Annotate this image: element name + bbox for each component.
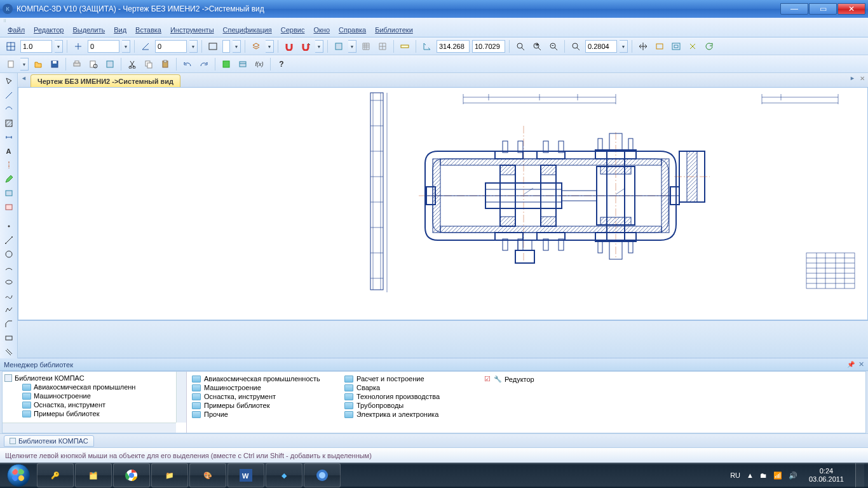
text-tool[interactable]: A — [2, 145, 16, 158]
tab-scroll-right[interactable]: ► — [850, 75, 855, 81]
rect-tool[interactable] — [2, 103, 16, 116]
props-button[interactable] — [219, 57, 233, 71]
zoom-dropdown[interactable]: ▼ — [620, 40, 628, 53]
system-tray[interactable]: RU ▲ 🖿 📶 🔊 0:2403.06.2011 — [730, 463, 867, 487]
pan-button[interactable] — [636, 39, 650, 53]
print-button[interactable] — [70, 57, 84, 71]
angle-input[interactable] — [155, 40, 187, 53]
cut-button[interactable] — [125, 57, 139, 71]
task-explorer[interactable]: 📁 — [151, 463, 188, 487]
point-tool[interactable] — [2, 220, 16, 233]
menu-libs[interactable]: Библиотеки — [371, 25, 417, 35]
print-page-button[interactable] — [103, 57, 117, 71]
grid2-button[interactable] — [376, 39, 390, 53]
magnet1-button[interactable] — [282, 39, 296, 53]
copy-button[interactable] — [142, 57, 156, 71]
menu-spec[interactable]: Спецификация — [219, 25, 276, 35]
layer-button[interactable] — [249, 39, 263, 53]
coord-x-input[interactable] — [437, 40, 470, 53]
preview-button[interactable] — [86, 57, 100, 71]
ellipse-tool[interactable] — [2, 276, 16, 288]
zoom-input[interactable] — [585, 40, 617, 53]
tray-volume-icon[interactable]: 🔊 — [789, 471, 797, 480]
zoom-in-button[interactable]: + — [530, 39, 544, 53]
dimension-tool[interactable] — [2, 131, 16, 144]
panel-close-icon[interactable]: ✕ — [858, 360, 864, 369]
arc-tool[interactable] — [2, 262, 16, 274]
style-dropdown[interactable]: ▼ — [233, 40, 241, 53]
menu-tools[interactable]: Инструменты — [166, 25, 218, 35]
hatch-tool[interactable] — [2, 117, 16, 130]
menu-view[interactable]: Вид — [110, 25, 130, 35]
tray-action-icon[interactable]: 🖿 — [760, 471, 767, 479]
zoom-window-button[interactable] — [569, 39, 583, 53]
task-chrome[interactable] — [113, 463, 150, 487]
scale-input[interactable] — [20, 40, 52, 53]
rectangle-tool[interactable] — [2, 332, 16, 344]
open-button[interactable] — [31, 57, 45, 71]
select-tool[interactable] — [2, 75, 16, 88]
menu-select[interactable]: Выделить — [69, 25, 109, 35]
menu-file[interactable]: Файл — [4, 25, 29, 35]
step-dropdown[interactable]: ▼ — [122, 40, 130, 53]
circle-tool[interactable] — [2, 248, 16, 261]
angle-button[interactable] — [139, 39, 153, 53]
new-dropdown[interactable]: ▼ — [20, 58, 29, 71]
tray-lang[interactable]: RU — [730, 471, 740, 479]
task-kompas[interactable] — [304, 463, 341, 487]
tray-clock[interactable]: 0:2403.06.2011 — [804, 467, 849, 484]
spline-tool[interactable] — [2, 290, 16, 302]
ruler-button[interactable] — [398, 39, 412, 53]
menu-insert[interactable]: Вставка — [132, 25, 165, 35]
document-tab[interactable]: Чертеж БЕЗ ИМЕНИ2 ->Системный вид — [31, 74, 180, 87]
polyline-tool[interactable] — [2, 304, 16, 316]
drawing-button[interactable] — [332, 39, 346, 53]
line-tool[interactable] — [2, 89, 16, 102]
paste-button[interactable] — [158, 57, 172, 71]
chamfer-tool[interactable] — [2, 318, 16, 330]
coord-y-input[interactable] — [472, 40, 505, 53]
library-tree[interactable]: Библиотеки КОМПАС Авиакосмическая промыш… — [3, 372, 187, 433]
start-button[interactable] — [1, 463, 36, 487]
save-button[interactable] — [48, 57, 62, 71]
axis-tool[interactable] — [2, 159, 16, 172]
task-app2[interactable]: ◆ — [266, 463, 302, 487]
lib-button[interactable] — [236, 57, 250, 71]
library-list-2[interactable]: Расчет и построение Сварка Технология пр… — [339, 372, 479, 433]
magnet2-button[interactable] — [299, 39, 313, 53]
grid1-button[interactable] — [359, 39, 373, 53]
hatch2-tool[interactable] — [2, 346, 16, 358]
param-tool[interactable] — [2, 187, 16, 200]
zoom-prev-button[interactable] — [653, 39, 667, 53]
redo-button[interactable] — [197, 57, 211, 71]
tab-close[interactable]: ✕ — [860, 75, 865, 82]
tray-flag-icon[interactable]: ▲ — [747, 471, 754, 479]
step-input[interactable] — [88, 40, 119, 53]
library-tab[interactable]: Библиотеки КОМПАС — [4, 435, 94, 447]
minimize-button[interactable]: — — [780, 3, 808, 15]
redraw-button[interactable] — [686, 39, 700, 53]
style-input[interactable] — [222, 40, 230, 53]
library-list-3[interactable]: ☑🔧Редуктор — [479, 372, 865, 433]
menu-help[interactable]: Справка — [335, 25, 370, 35]
zoom-all-button[interactable] — [669, 39, 683, 53]
fx-button[interactable]: f(x) — [252, 57, 266, 71]
refresh-button[interactable] — [702, 39, 716, 53]
tray-network-icon[interactable]: 📶 — [773, 471, 782, 480]
task-access[interactable]: 🔑 — [37, 463, 74, 487]
pin-icon[interactable]: 📌 — [847, 361, 855, 368]
library-list-1[interactable]: Авиакосмическая промышленность Машиностр… — [187, 372, 339, 433]
task-word[interactable]: W — [227, 463, 264, 487]
close-button[interactable]: ✕ — [837, 3, 865, 15]
magnet-dropdown[interactable]: ▼ — [315, 40, 323, 53]
property-panel[interactable] — [18, 320, 868, 358]
tab-scroll-left[interactable]: ◄ — [21, 75, 27, 81]
maximize-button[interactable]: ▭ — [809, 3, 837, 15]
layer-dropdown[interactable]: ▼ — [266, 40, 274, 53]
menu-service[interactable]: Сервис — [277, 25, 309, 35]
step-button[interactable] — [71, 39, 85, 53]
help-button[interactable]: ? — [275, 57, 288, 71]
zoom-fit-button[interactable] — [513, 39, 527, 53]
task-sticky[interactable]: 🗂️ — [75, 463, 112, 487]
show-desktop-button[interactable] — [855, 463, 864, 487]
